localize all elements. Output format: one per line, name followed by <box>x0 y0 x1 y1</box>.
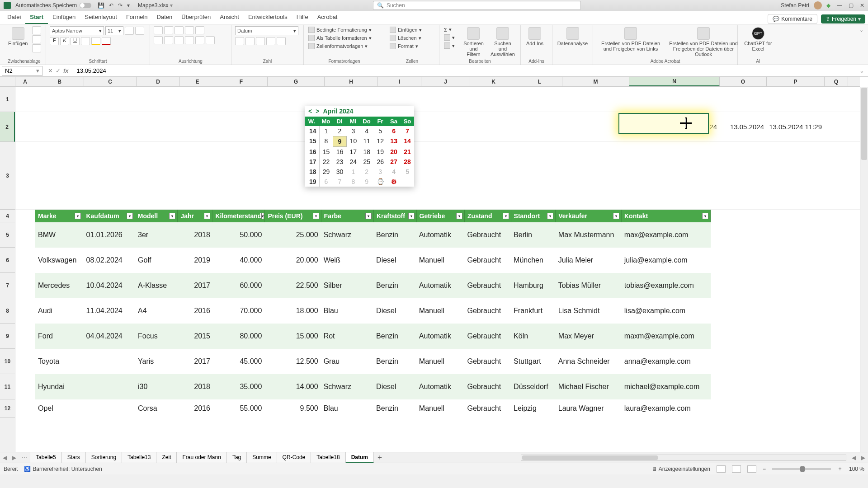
table-cell[interactable]: 2019 <box>178 248 213 273</box>
table-cell[interactable]: Gebraucht <box>464 349 511 374</box>
table-cell[interactable]: Benzin <box>373 349 416 374</box>
table-cell[interactable]: Gebraucht <box>464 248 511 273</box>
menu-tab-hilfe[interactable]: Hilfe <box>292 11 313 24</box>
calendar-day[interactable]: 5 <box>373 126 387 136</box>
zoom-level[interactable]: 100 % <box>849 466 864 472</box>
table-cell[interactable]: 18.000 <box>264 298 321 324</box>
filter-dropdown-icon[interactable]: ▾ <box>503 213 509 219</box>
filename[interactable]: Mappe3.xlsx▾ <box>138 2 173 9</box>
table-cell[interactable]: Blau <box>321 399 373 418</box>
share-button[interactable]: ⇪Freigeben▾ <box>821 14 865 23</box>
sheet-nav-next-icon[interactable]: ▶ <box>9 455 19 461</box>
increase-indent-icon[interactable] <box>195 36 204 44</box>
calendar-day[interactable]: 30 <box>333 167 346 177</box>
column-header-B[interactable]: B <box>35 77 84 86</box>
table-row[interactable]: Ford04.04.2024Focus201580.00015.000RotBe… <box>35 324 711 349</box>
column-header-N[interactable]: N <box>629 77 720 86</box>
filter-dropdown-icon[interactable]: ▾ <box>169 213 175 219</box>
calendar-day[interactable]: 8 <box>346 177 360 187</box>
table-cell[interactable]: Benzin <box>373 222 416 248</box>
table-header-getriebe[interactable]: Getriebe▾ <box>417 210 465 222</box>
table-cell[interactable]: michael@example.com <box>622 374 711 399</box>
table-row[interactable]: Hyundaii30201835.00014.000SchwarzDieselA… <box>35 374 711 399</box>
table-cell[interactable]: Toyota <box>35 349 84 374</box>
menu-tab-seitenlayout[interactable]: Seitenlayout <box>80 11 122 24</box>
currency-icon[interactable] <box>235 37 244 45</box>
vertical-scrollbar[interactable] <box>860 87 868 466</box>
table-cell[interactable]: Düsseldorf <box>511 374 556 399</box>
table-cell[interactable]: A-Klasse <box>135 273 178 298</box>
table-cell[interactable] <box>84 349 135 374</box>
table-cell[interactable]: Yaris <box>135 349 178 374</box>
increase-font-icon[interactable] <box>125 27 134 35</box>
table-cell[interactable]: 08.02.2024 <box>84 248 135 273</box>
search-box[interactable]: 🔍 Suchen <box>373 1 581 10</box>
table-cell[interactable]: Gebraucht <box>464 222 511 248</box>
sheet-tab-summe[interactable]: Summe <box>246 452 277 463</box>
calendar-day[interactable]: 1 <box>346 167 360 177</box>
calendar-day[interactable]: 24 <box>346 157 360 167</box>
row-header-11[interactable]: 11 <box>0 374 15 399</box>
calendar-day[interactable]: 13 <box>387 136 401 147</box>
close-icon[interactable]: ✕ <box>860 2 864 9</box>
enter-formula-icon[interactable]: ✓ <box>56 67 61 74</box>
calendar-day[interactable]: 28 <box>401 157 414 167</box>
table-cell[interactable]: 80.000 <box>213 324 264 349</box>
format-cells-button[interactable]: Format▾ <box>389 42 419 50</box>
redo-icon[interactable]: ↷ <box>118 2 123 9</box>
scroll-left-icon[interactable]: ◀ <box>849 455 859 461</box>
zoom-in-icon[interactable]: ＋ <box>837 465 843 473</box>
table-header-kontakt[interactable]: Kontakt▾ <box>622 210 711 222</box>
calendar-day[interactable]: 14 <box>401 136 414 147</box>
minimize-icon[interactable]: — <box>837 2 842 9</box>
table-cell[interactable]: Gebraucht <box>464 298 511 324</box>
calendar-day[interactable]: 2 <box>333 126 346 136</box>
column-header-M[interactable]: M <box>562 77 629 86</box>
calendar-day[interactable]: 22 <box>320 157 333 167</box>
filter-dropdown-icon[interactable]: ▾ <box>313 213 319 219</box>
calendar-day[interactable]: 6 <box>387 126 401 136</box>
filter-dropdown-icon[interactable]: ▾ <box>456 213 462 219</box>
align-top-icon[interactable] <box>154 26 163 34</box>
calendar-day[interactable]: 25 <box>360 157 373 167</box>
table-cell[interactable] <box>84 399 135 418</box>
table-cell[interactable]: tobias@example.com <box>622 273 711 298</box>
calendar-day[interactable]: 9 <box>333 136 346 147</box>
format-as-table-button[interactable]: Als Tabelle formatieren▾ <box>307 34 373 42</box>
italic-icon[interactable]: K <box>60 37 69 45</box>
sheet-nav-more-icon[interactable]: ⋯ <box>19 455 30 461</box>
table-cell[interactable]: 20.000 <box>264 248 321 273</box>
number-format-select[interactable]: Datum▾ <box>235 26 298 35</box>
sheet-tab-frau oder mann[interactable]: Frau oder Mann <box>176 452 226 463</box>
scroll-right-icon[interactable]: ▶ <box>859 455 868 461</box>
align-center-icon[interactable] <box>164 36 173 44</box>
table-cell[interactable]: 15.000 <box>264 324 321 349</box>
autosave-toggle[interactable]: Automatisches Speichern <box>15 2 91 9</box>
table-cell[interactable]: Ford <box>35 324 84 349</box>
table-cell[interactable]: Focus <box>135 324 178 349</box>
filter-dropdown-icon[interactable]: ▾ <box>204 213 210 219</box>
calendar-day[interactable]: 3 <box>346 126 360 136</box>
column-header-I[interactable]: I <box>378 77 421 86</box>
table-cell[interactable]: Diesel <box>373 374 416 399</box>
column-header-F[interactable]: F <box>215 77 268 86</box>
calendar-day[interactable]: 19 <box>373 147 387 157</box>
paste-button[interactable]: Einfügen <box>6 26 29 47</box>
sheet-tab-tabelle5[interactable]: Tabelle5 <box>30 452 62 463</box>
table-cell[interactable]: 14.000 <box>264 374 321 399</box>
sheet-tab-tag[interactable]: Tag <box>226 452 247 463</box>
sheet-tab-zeit[interactable]: Zeit <box>156 452 177 463</box>
table-header-jahr[interactable]: Jahr▾ <box>178 210 212 222</box>
decrease-indent-icon[interactable] <box>185 36 194 44</box>
filter-dropdown-icon[interactable]: ▾ <box>547 213 553 219</box>
avatar-icon[interactable] <box>814 1 822 9</box>
calendar-day[interactable]: 7 <box>333 177 346 187</box>
calendar-day[interactable]: 7 <box>401 126 414 136</box>
table-cell[interactable]: Blau <box>321 298 373 324</box>
table-cell[interactable]: Schwarz <box>321 374 373 399</box>
data-analysis-button[interactable]: Datenanalyse <box>556 26 589 47</box>
column-header-L[interactable]: L <box>517 77 562 86</box>
expand-formula-icon[interactable]: ⌄ <box>856 67 868 74</box>
sheet-tab-qr-code[interactable]: QR-Code <box>277 452 311 463</box>
collapse-ribbon-icon[interactable]: ⌄ <box>858 25 865 65</box>
